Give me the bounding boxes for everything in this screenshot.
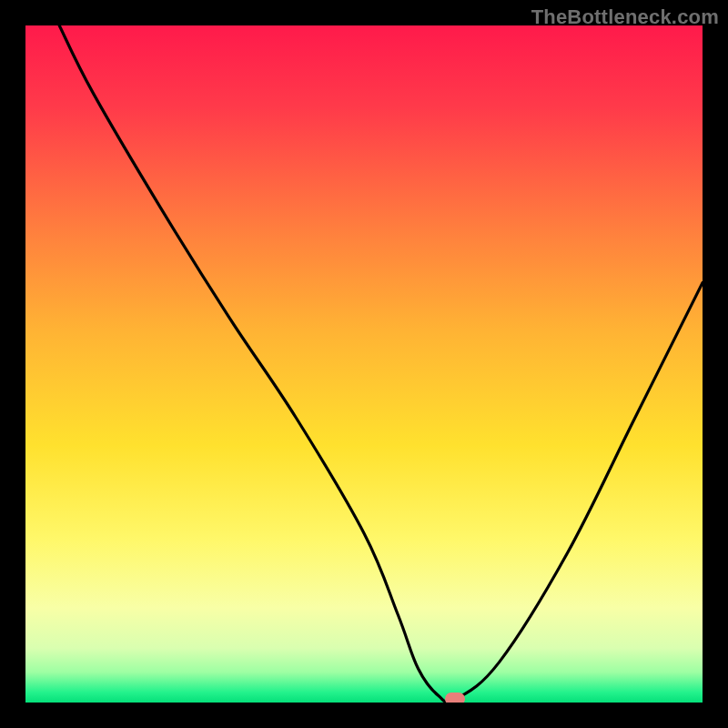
watermark-label: TheBottleneck.com (531, 5, 719, 29)
bottleneck-curve (25, 25, 703, 703)
plot-area (25, 25, 703, 703)
optimal-point-marker (445, 693, 465, 703)
chart-frame: TheBottleneck.com (0, 0, 728, 728)
